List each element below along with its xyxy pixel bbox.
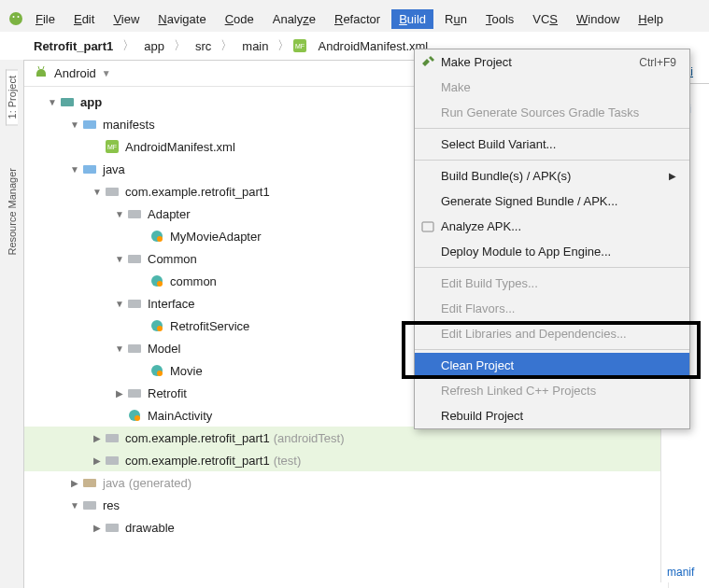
tree-node-pkg-test[interactable]: ▶com.example.retrofit_part1(test): [24, 449, 668, 471]
menu-item-refresh-cpp: Refresh Linked C++ Projects: [415, 378, 689, 403]
folder-icon: [105, 520, 120, 535]
crumb-main[interactable]: main: [236, 36, 274, 56]
svg-point-1: [13, 16, 15, 18]
menu-help[interactable]: Help: [631, 9, 671, 29]
crumb-app[interactable]: app: [138, 36, 170, 56]
svg-rect-29: [106, 434, 119, 442]
chevron-right-icon: 〉: [276, 37, 291, 54]
menu-item-build-bundle[interactable]: Build Bundle(s) / APK(s)▶: [415, 163, 689, 189]
menu-item-make-project[interactable]: Make ProjectCtrl+F9: [415, 49, 689, 75]
menu-tools[interactable]: Tools: [478, 9, 521, 29]
submenu-arrow-icon: ▶: [669, 171, 676, 181]
chevron-right-icon: 〉: [219, 37, 234, 54]
left-dock: 1: Project Resource Manager: [0, 60, 24, 588]
menu-separator: [415, 267, 689, 268]
manifest-file-icon: MF: [105, 139, 120, 154]
menu-separator: [415, 349, 689, 350]
menu-item-deploy[interactable]: Deploy Module to App Engine...: [415, 239, 689, 264]
menu-item-run-generate: Run Generate Sources Gradle Tasks: [415, 100, 689, 125]
svg-rect-34: [422, 222, 433, 231]
code-line: manif: [667, 566, 694, 579]
menu-item-edit-build-types: Edit Build Types...: [415, 271, 689, 296]
project-view-label: Android: [54, 66, 96, 80]
svg-rect-17: [128, 255, 141, 263]
package-icon: [105, 184, 120, 199]
menu-vcs[interactable]: VCS: [525, 9, 565, 29]
svg-rect-12: [83, 165, 96, 174]
svg-rect-31: [83, 479, 96, 487]
folder-icon: [82, 497, 97, 512]
svg-point-0: [9, 12, 22, 25]
menubar: File Edit View Navigate Code Analyze Ref…: [0, 6, 709, 32]
android-studio-logo-icon: [7, 10, 24, 27]
svg-rect-13: [106, 188, 119, 196]
svg-rect-14: [128, 210, 141, 218]
package-icon: [127, 296, 142, 311]
menu-item-rebuild[interactable]: Rebuild Project: [415, 403, 689, 428]
menu-item-clean-project[interactable]: Clean Project: [415, 353, 689, 378]
svg-point-16: [157, 236, 163, 242]
svg-rect-9: [83, 120, 96, 129]
svg-rect-26: [128, 389, 141, 398]
tool-tab-project[interactable]: 1: Project: [6, 69, 18, 125]
svg-rect-33: [106, 524, 119, 532]
menu-analyze[interactable]: Analyze: [265, 9, 323, 29]
package-icon: [127, 385, 142, 400]
menu-run[interactable]: Run: [437, 9, 475, 29]
menu-window[interactable]: Window: [569, 9, 627, 29]
svg-rect-30: [106, 456, 119, 465]
menu-build[interactable]: Build: [391, 9, 433, 29]
hammer-icon: [420, 55, 435, 70]
menu-file[interactable]: File: [28, 9, 63, 29]
menu-navigate[interactable]: Navigate: [150, 9, 213, 29]
svg-text:MF: MF: [107, 144, 117, 150]
package-icon: [127, 251, 142, 266]
menu-separator: [415, 160, 689, 161]
svg-point-2: [18, 16, 20, 18]
svg-rect-32: [83, 501, 96, 510]
menu-separator: [415, 128, 689, 129]
svg-rect-23: [128, 344, 141, 353]
tree-node-pkg-androidtest[interactable]: ▶com.example.retrofit_part1(androidTest): [24, 427, 668, 449]
svg-rect-20: [128, 300, 141, 308]
kotlin-class-icon: [149, 318, 164, 333]
kotlin-class-icon: [149, 273, 164, 288]
menu-edit[interactable]: Edit: [66, 9, 102, 29]
kotlin-class-icon: [149, 229, 164, 244]
tree-node-java-generated[interactable]: ▶java(generated): [24, 471, 668, 494]
folder-icon: [82, 161, 97, 176]
svg-line-6: [38, 66, 39, 69]
svg-point-22: [157, 326, 163, 331]
package-icon: [127, 341, 142, 356]
chevron-right-icon: 〉: [121, 37, 136, 54]
folder-icon: [82, 117, 97, 132]
svg-line-7: [43, 66, 44, 69]
build-menu: Make ProjectCtrl+F9 Make Run Generate So…: [414, 49, 690, 429]
tool-tab-resource-manager[interactable]: Resource Manager: [7, 162, 18, 261]
tree-node-res[interactable]: ▼res: [24, 494, 668, 516]
menu-view[interactable]: View: [106, 9, 147, 29]
chevron-down-icon: ▼: [102, 68, 111, 78]
menu-item-make: Make: [415, 75, 689, 100]
menu-item-edit-libs: Edit Libraries and Dependencies...: [415, 321, 689, 346]
kotlin-class-icon: [127, 408, 142, 423]
svg-point-28: [135, 415, 140, 421]
menu-item-generate-signed[interactable]: Generate Signed Bundle / APK...: [415, 189, 689, 214]
kotlin-class-icon: [149, 363, 164, 378]
menu-refactor[interactable]: Refactor: [327, 9, 388, 29]
svg-rect-8: [61, 98, 74, 106]
module-icon: [60, 94, 75, 109]
generated-folder-icon: [82, 475, 97, 490]
menu-code[interactable]: Code: [218, 9, 262, 29]
crumb-src[interactable]: src: [190, 36, 217, 56]
package-icon: [127, 206, 142, 221]
tree-node-drawable[interactable]: ▶drawable: [24, 516, 668, 539]
apk-icon: [420, 219, 435, 234]
menu-item-select-variant[interactable]: Select Build Variant...: [415, 132, 689, 157]
crumb-root[interactable]: Retrofit_part1: [28, 36, 119, 56]
svg-point-19: [157, 281, 163, 287]
menu-item-analyze-apk[interactable]: Analyze APK...: [415, 214, 689, 239]
package-icon: [105, 430, 120, 445]
chevron-right-icon: 〉: [172, 37, 188, 54]
android-icon: [34, 64, 49, 82]
